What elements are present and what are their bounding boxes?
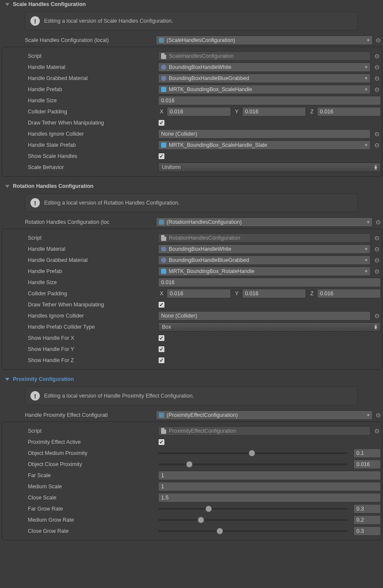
asset-icon bbox=[159, 38, 164, 43]
handle-material-field[interactable]: BoundingBoxHandleWhite bbox=[158, 62, 371, 72]
material-icon bbox=[161, 76, 166, 81]
field-value: BoundingBoxHandleBlueGrabbed bbox=[169, 75, 249, 81]
collider-padding-y[interactable]: 0.016 bbox=[242, 289, 306, 298]
object-medium-proximity-value[interactable]: 0.1 bbox=[353, 448, 381, 458]
section-proximity-header[interactable]: Proximity Configuration bbox=[0, 375, 383, 384]
close-scale-input[interactable]: 1.5 bbox=[158, 493, 381, 502]
show-scale-handles-checkbox[interactable] bbox=[158, 153, 165, 160]
medium-grow-rate-slider[interactable] bbox=[158, 515, 351, 525]
field-value: MRTK_BoundingBox_ScaleHandle bbox=[169, 86, 252, 92]
section-title: Rotation Handles Configuration bbox=[13, 183, 93, 189]
far-grow-rate-slider[interactable] bbox=[158, 504, 351, 514]
handles-ignore-collider-field[interactable]: None (Collider) bbox=[158, 311, 371, 321]
dropdown-value: Box bbox=[162, 324, 171, 330]
field-label: Scale Behavior bbox=[28, 164, 158, 170]
field-label: Handles Ignore Collider bbox=[28, 131, 158, 137]
section-scale-header[interactable]: Scale Handles Configuration bbox=[0, 0, 383, 9]
object-picker-button[interactable] bbox=[374, 410, 382, 420]
field-label: Draw Tether When Manipulating bbox=[28, 302, 158, 308]
field-label: Handles Ignore Collider bbox=[28, 313, 158, 319]
field-label: Scale Handles Configuration (local) bbox=[25, 37, 154, 43]
field-value: ScaleHandlesConfiguration bbox=[169, 53, 233, 59]
field-label: Handle Slate Prefab bbox=[28, 142, 158, 148]
scale-config-asset-field[interactable]: (ScaleHandlesConfiguration) bbox=[156, 36, 373, 45]
show-handle-y-checkbox[interactable] bbox=[158, 346, 165, 353]
object-picker-button[interactable] bbox=[373, 74, 381, 83]
info-icon bbox=[30, 391, 40, 401]
collider-padding-x[interactable]: 0.016 bbox=[167, 289, 230, 298]
object-picker-button[interactable] bbox=[373, 267, 381, 276]
proximity-active-checkbox[interactable] bbox=[158, 439, 165, 445]
draw-tether-checkbox[interactable] bbox=[158, 301, 165, 308]
draw-tether-checkbox[interactable] bbox=[158, 119, 165, 126]
field-label: Far Grow Rate bbox=[28, 506, 158, 512]
rotation-info-box: Editing a local version of Rotation Hand… bbox=[25, 193, 358, 212]
far-scale-input[interactable]: 1 bbox=[158, 471, 381, 480]
object-picker-button[interactable] bbox=[373, 140, 381, 150]
collider-padding-x[interactable]: 0.016 bbox=[167, 107, 230, 116]
material-icon bbox=[161, 246, 166, 252]
handle-prefab-collider-type-dropdown[interactable]: Box bbox=[158, 322, 381, 332]
chevron-updown-icon bbox=[374, 325, 377, 329]
handle-grabbed-material-field[interactable]: BoundingBoxHandleBlueGrabbed bbox=[158, 74, 371, 83]
handle-size-input[interactable]: 0.016 bbox=[158, 96, 381, 105]
collider-padding-z[interactable]: 0.016 bbox=[317, 107, 381, 116]
scale-config-asset-row: Scale Handles Configuration (local) (Sca… bbox=[0, 35, 383, 47]
info-text: Editing a local version of Rotation Hand… bbox=[44, 200, 180, 206]
handle-material-field[interactable]: BoundingBoxHandleWhite bbox=[158, 244, 371, 254]
field-value: BoundingBoxHandleWhite bbox=[169, 64, 231, 70]
axis-y-label: Y bbox=[235, 291, 239, 297]
handle-size-input[interactable]: 0.016 bbox=[158, 278, 381, 287]
material-icon bbox=[161, 65, 166, 70]
medium-grow-rate-value[interactable]: 0.2 bbox=[353, 515, 381, 525]
field-value: None (Collider) bbox=[161, 131, 197, 137]
show-handle-x-checkbox[interactable] bbox=[158, 335, 165, 342]
object-picker-button[interactable] bbox=[373, 85, 381, 94]
handle-prefab-field[interactable]: MRTK_BoundingBox_RotateHandle bbox=[158, 267, 371, 276]
close-grow-rate-value[interactable]: 0.3 bbox=[353, 526, 381, 536]
object-close-proximity-value[interactable]: 0.016 bbox=[353, 460, 381, 469]
collider-padding-z[interactable]: 0.016 bbox=[317, 289, 381, 298]
rotation-panel: Script RotationHandlesConfiguration Hand… bbox=[2, 229, 382, 370]
proximity-config-asset-field[interactable]: (ProximityEffectConfiguration) bbox=[156, 410, 373, 420]
show-handle-z-checkbox[interactable] bbox=[158, 357, 165, 364]
rotation-config-asset-field[interactable]: (RotationHandlesConfiguration) bbox=[156, 217, 373, 227]
axis-z-label: Z bbox=[310, 291, 314, 297]
object-picker-button[interactable] bbox=[373, 51, 381, 61]
axis-z-label: Z bbox=[310, 109, 314, 115]
object-medium-proximity-slider[interactable] bbox=[158, 448, 351, 458]
object-picker-button[interactable] bbox=[373, 62, 381, 72]
handles-ignore-collider-field[interactable]: None (Collider) bbox=[158, 129, 371, 139]
handle-slate-prefab-field[interactable]: MRTK_BoundingBox_ScaleHandle_Slate bbox=[158, 140, 371, 150]
proximity-panel: Script ProximityEffectConfiguration Prox… bbox=[2, 422, 382, 540]
object-picker-button[interactable] bbox=[373, 426, 381, 436]
prefab-icon bbox=[161, 269, 166, 274]
field-label: Show Scale Handles bbox=[28, 153, 158, 159]
field-label: Handle Grabbed Material bbox=[28, 75, 158, 81]
object-picker-button[interactable] bbox=[374, 217, 382, 227]
object-picker-button[interactable] bbox=[373, 255, 381, 265]
object-picker-button[interactable] bbox=[373, 233, 381, 243]
scale-info-box: Editing a local version of Scale Handles… bbox=[25, 12, 358, 30]
object-picker-button[interactable] bbox=[373, 244, 381, 254]
script-icon bbox=[161, 235, 166, 241]
field-value: (RotationHandlesConfiguration) bbox=[167, 219, 242, 225]
object-picker-button[interactable] bbox=[374, 36, 382, 45]
object-picker-button[interactable] bbox=[373, 129, 381, 139]
axis-x-label: X bbox=[160, 109, 163, 115]
close-grow-rate-slider[interactable] bbox=[158, 526, 351, 536]
medium-scale-input[interactable]: 1 bbox=[158, 482, 381, 491]
section-rotation-header[interactable]: Rotation Handles Configuration bbox=[0, 182, 383, 191]
far-grow-rate-value[interactable]: 0.3 bbox=[353, 504, 381, 514]
proximity-info-box: Editing a local version of Handle Proxim… bbox=[25, 386, 358, 405]
scale-behavior-dropdown[interactable]: Uniform bbox=[158, 163, 381, 172]
collider-padding-y[interactable]: 0.016 bbox=[242, 107, 306, 116]
handle-grabbed-material-field[interactable]: BoundingBoxHandleBlueGrabbed bbox=[158, 255, 371, 265]
object-close-proximity-slider[interactable] bbox=[158, 460, 351, 469]
handle-prefab-field[interactable]: MRTK_BoundingBox_ScaleHandle bbox=[158, 85, 371, 94]
field-label: Draw Tether When Manipulating bbox=[28, 120, 158, 126]
axis-x-label: X bbox=[160, 291, 163, 297]
object-picker-button[interactable] bbox=[373, 311, 381, 321]
asset-icon bbox=[159, 220, 164, 225]
field-label: Show Handle For Z bbox=[28, 357, 158, 363]
